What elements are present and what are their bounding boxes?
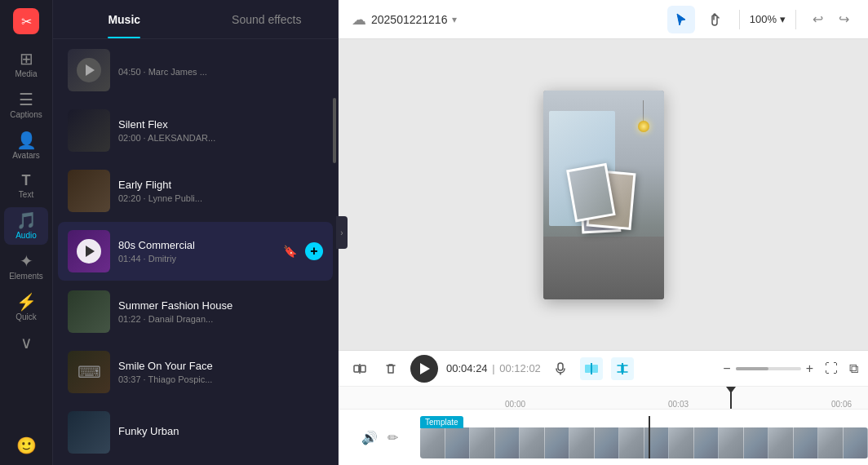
video-frame <box>844 427 869 458</box>
timeline-controls: 00:04:24 | 00:12:02 <box>339 351 868 387</box>
captions-icon: ☰ <box>19 91 33 108</box>
main-area: ☁ 202501221216 ▾ 100% ▾ ↩ <box>339 0 868 465</box>
video-frame <box>818 427 844 458</box>
scrollbar-thumb[interactable] <box>333 98 336 163</box>
list-item[interactable]: Funky Urban <box>58 403 333 462</box>
video-frame <box>619 427 644 458</box>
split-at-playhead-button[interactable] <box>580 357 603 380</box>
track-thumbnail <box>68 109 110 152</box>
track-info: Early Flight 02:20 · Lynne Publi... <box>118 179 323 203</box>
zoom-control[interactable]: 100% ▾ <box>750 13 786 25</box>
video-frame <box>445 427 471 458</box>
select-tool-button[interactable] <box>667 6 695 33</box>
sidebar-item-elements[interactable]: ✦ Elements <box>4 248 48 286</box>
mic-button[interactable] <box>549 357 572 380</box>
split-button[interactable] <box>348 357 371 380</box>
zoom-in-button[interactable]: + <box>806 361 813 376</box>
sidebar-item-more[interactable]: ∨ <box>4 330 48 356</box>
video-frame <box>744 427 769 458</box>
list-item[interactable]: Silent Flex 02:00 · ALEKSANDAR... <box>58 101 333 160</box>
ruler-mark-0: 00:00 <box>502 400 525 409</box>
playhead-ruler <box>730 387 732 409</box>
preview-area <box>339 39 868 350</box>
chevron-down-icon: ∨ <box>20 334 33 351</box>
play-button[interactable] <box>410 355 438 383</box>
svg-rect-7 <box>585 365 591 373</box>
list-item-active[interactable]: 80s Commercial 01:44 · Dmitriy 🔖 + <box>58 222 333 281</box>
track-content: Template <box>420 416 868 458</box>
track-thumbnail <box>68 49 110 91</box>
dropdown-chevron-icon[interactable]: ▾ <box>452 14 457 25</box>
sidebar-label-audio: Audio <box>16 231 37 240</box>
top-bar: ☁ 202501221216 ▾ 100% ▾ ↩ <box>339 0 868 39</box>
svg-rect-2 <box>354 365 359 372</box>
zoom-out-button[interactable]: − <box>723 361 730 376</box>
avatars-icon: 👤 <box>16 132 37 148</box>
sidebar-item-text[interactable]: T Text <box>4 168 48 204</box>
track-info: Silent Flex 02:00 · ALEKSANDAR... <box>118 118 323 143</box>
sidebar-item-sticker[interactable]: 🙂 <box>4 432 48 458</box>
zoom-slider[interactable] <box>736 367 801 370</box>
sidebar-item-avatars[interactable]: 👤 Avatars <box>4 127 48 165</box>
elements-icon: ✦ <box>20 253 33 269</box>
track-controls: 🔊 ✏ <box>339 430 420 445</box>
video-frame <box>719 427 744 458</box>
app-logo: ✂ <box>11 7 41 36</box>
edit-icon[interactable]: ✏ <box>388 430 398 445</box>
text-icon: T <box>22 173 31 188</box>
hand-tool-button[interactable] <box>702 6 729 33</box>
add-track-button[interactable]: + <box>305 242 323 260</box>
track-info: 04:50 · Marc James ... <box>118 64 323 77</box>
project-name: 202501221216 <box>371 13 447 26</box>
playhead-line <box>649 416 650 458</box>
list-item[interactable]: Early Flight 02:20 · Lynne Publi... <box>58 162 333 220</box>
video-frame <box>520 427 545 458</box>
delete-button[interactable] <box>379 357 402 380</box>
sidebar-label-text: Text <box>19 190 33 199</box>
ruler-mark-1: 00:03 <box>665 400 689 409</box>
cloud-icon: ☁ <box>352 11 366 29</box>
track-thumbnail: ⌨ <box>68 351 110 393</box>
video-frame <box>794 427 819 458</box>
undo-button[interactable]: ↩ <box>806 8 829 31</box>
list-item[interactable]: Summer Fashion House 01:22 · Danail Drag… <box>58 282 333 341</box>
undo-redo-group: ↩ ↪ <box>806 8 855 31</box>
sidebar: ✂ ⊞ Media ☰ Captions 👤 Avatars T Text 🎵 … <box>0 0 53 465</box>
audio-icon: 🎵 <box>16 212 37 228</box>
panel-collapse-button[interactable]: › <box>336 216 348 249</box>
expand-button[interactable]: ⧉ <box>849 361 858 376</box>
toolbar: 100% ▾ ↩ ↪ <box>667 6 855 33</box>
video-strip[interactable] <box>420 427 868 458</box>
zoom-chevron-icon: ▾ <box>780 13 786 25</box>
video-frame <box>595 427 620 458</box>
sidebar-label-elements: Elements <box>9 272 43 281</box>
tab-music[interactable]: Music <box>53 0 196 38</box>
fullscreen-button[interactable]: ⛶ <box>825 361 838 376</box>
bookmark-icon[interactable]: 🔖 <box>283 245 297 258</box>
track-thumbnail <box>68 170 110 212</box>
list-item[interactable]: ⌨ Smile On Your Face 03:37 · Thiago Posp… <box>58 343 333 401</box>
video-frame <box>495 427 520 458</box>
track-info: Funky Urban <box>118 425 323 440</box>
sidebar-item-quick[interactable]: ⚡ Quick <box>4 289 48 326</box>
volume-icon[interactable]: 🔊 <box>361 430 378 445</box>
tab-sound-effects[interactable]: Sound effects <box>196 0 339 38</box>
toolbar-divider-2 <box>795 10 796 29</box>
video-frame <box>470 427 495 458</box>
track-info: Smile On Your Face 03:37 · Thiago Pospic… <box>118 360 323 384</box>
video-frame <box>768 427 794 458</box>
template-badge: Template <box>420 416 463 428</box>
sidebar-item-media[interactable]: ⊞ Media <box>4 46 48 83</box>
sidebar-item-captions[interactable]: ☰ Captions <box>4 86 48 124</box>
current-time: 00:04:24 | 00:12:02 <box>446 362 541 374</box>
zoom-level: 100% <box>750 13 777 25</box>
quick-icon: ⚡ <box>16 294 37 310</box>
sidebar-item-audio[interactable]: 🎵 Audio <box>4 207 48 245</box>
music-list: 04:50 · Marc James ... Silent Flex 02:00… <box>53 39 338 465</box>
magnetic-split-button[interactable] <box>611 357 634 380</box>
redo-button[interactable]: ↪ <box>832 8 855 31</box>
sidebar-label-quick: Quick <box>16 312 37 321</box>
video-frame <box>545 427 570 458</box>
list-item[interactable]: 04:50 · Marc James ... <box>58 41 333 100</box>
timeline-area: 00:04:24 | 00:12:02 <box>339 350 868 465</box>
